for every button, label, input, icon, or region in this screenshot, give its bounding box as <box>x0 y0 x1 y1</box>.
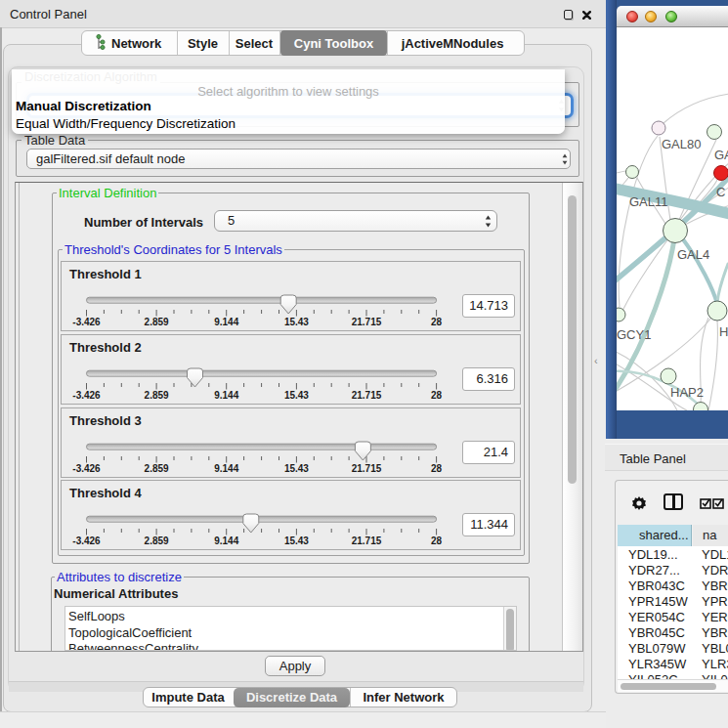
svg-text:-3.426: -3.426 <box>72 317 101 327</box>
svg-text:GAL4: GAL4 <box>677 247 709 262</box>
svg-text:9.144: 9.144 <box>214 463 238 474</box>
svg-text:21.715: 21.715 <box>352 535 382 546</box>
svg-text:GAL80: GAL80 <box>662 137 701 151</box>
svg-text:GCY1: GCY1 <box>617 327 651 342</box>
svg-text:15.43: 15.43 <box>284 317 309 327</box>
svg-text:GAL11: GAL11 <box>629 194 668 209</box>
svg-text:-3.426: -3.426 <box>72 390 101 401</box>
svg-text:28: 28 <box>431 463 443 474</box>
svg-text:15.43: 15.43 <box>284 390 309 401</box>
svg-text:28: 28 <box>431 535 443 546</box>
svg-text:2.859: 2.859 <box>145 463 169 474</box>
svg-text:2.859: 2.859 <box>145 535 169 546</box>
svg-text:HAP2: HAP2 <box>670 385 704 400</box>
svg-text:21.715: 21.715 <box>352 390 382 401</box>
svg-text:21.715: 21.715 <box>352 463 382 474</box>
svg-text:28: 28 <box>431 390 443 401</box>
svg-text:2.859: 2.859 <box>145 317 169 327</box>
svg-text:-3.426: -3.426 <box>72 535 101 546</box>
svg-text:GA: GA <box>714 148 728 162</box>
svg-text:15.43: 15.43 <box>284 463 309 474</box>
svg-text:15.43: 15.43 <box>284 535 309 546</box>
svg-text:H: H <box>719 324 728 339</box>
svg-text:21.715: 21.715 <box>352 317 382 327</box>
svg-text:9.144: 9.144 <box>214 317 238 327</box>
svg-text:9.144: 9.144 <box>214 535 238 546</box>
svg-text:28: 28 <box>431 317 443 327</box>
svg-text:-3.426: -3.426 <box>72 463 101 474</box>
svg-text:2.859: 2.859 <box>145 390 169 401</box>
svg-text:9.144: 9.144 <box>214 390 238 401</box>
svg-text:C: C <box>716 185 725 199</box>
